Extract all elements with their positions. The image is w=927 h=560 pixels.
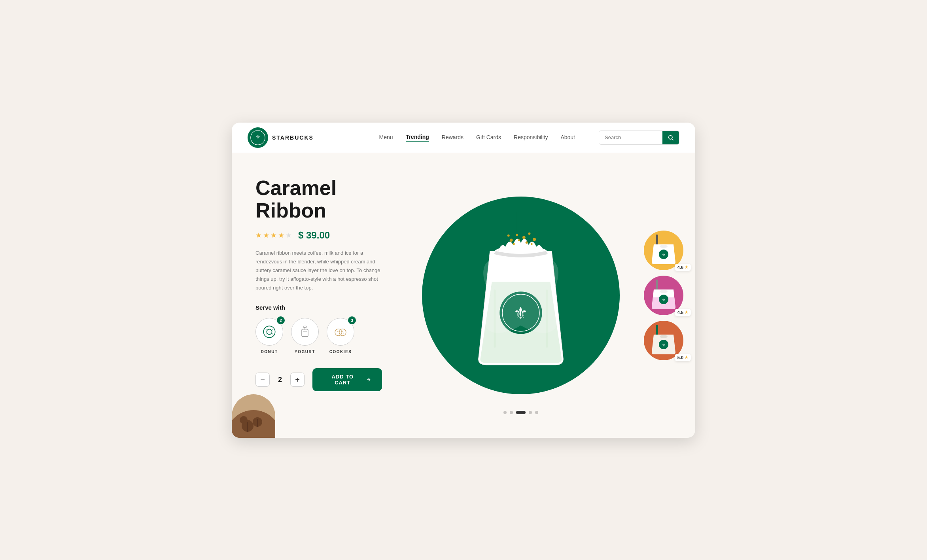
- svg-point-9: [266, 333, 267, 335]
- serve-items: 2 DONUT: [255, 318, 382, 354]
- side-cup-3: ⚜: [650, 323, 677, 358]
- donut-badge: 2: [277, 316, 285, 324]
- serve-item-yogurt[interactable]: YOGURT: [291, 318, 319, 354]
- page-wrapper: ⚜ STARBUCKS Menu Trending Rewards Gift C…: [232, 123, 695, 438]
- nav-gift-cards[interactable]: Gift Cards: [476, 134, 501, 141]
- svg-point-10: [272, 333, 273, 335]
- search-input[interactable]: [599, 131, 662, 144]
- svg-point-20: [343, 333, 344, 334]
- quantity-decrease-button[interactable]: −: [255, 373, 270, 387]
- serve-icon-donut-wrapper: 2: [255, 318, 283, 346]
- rating-price: ★ ★ ★ ★ ★ $ 39.00: [255, 230, 382, 241]
- side-product-3[interactable]: ⚜ 5.0 ★: [644, 321, 689, 360]
- svg-point-30: [516, 233, 518, 236]
- star-5: ★: [286, 231, 292, 240]
- svg-text:⚜: ⚜: [662, 298, 666, 302]
- svg-point-17: [337, 331, 339, 333]
- star-1: ★: [255, 231, 262, 240]
- cookies-icon: [333, 324, 348, 340]
- product-title: Caramel Ribbon: [255, 177, 382, 222]
- svg-point-42: [660, 245, 668, 248]
- carousel-dot-1[interactable]: [510, 411, 513, 414]
- side-star-1: ★: [685, 265, 688, 269]
- side-rating-2: 4.5 ★: [675, 309, 691, 316]
- serve-with-label: Serve with: [255, 304, 382, 311]
- quantity-control: − 2 +: [255, 373, 305, 387]
- logo-icon: ⚜: [248, 127, 268, 148]
- search-button[interactable]: [662, 131, 679, 144]
- nav-rewards[interactable]: Rewards: [442, 134, 464, 141]
- star-3: ★: [271, 231, 277, 240]
- svg-point-50: [660, 335, 668, 338]
- star-4: ★: [278, 231, 284, 240]
- carousel-dot-0[interactable]: [503, 411, 507, 414]
- add-to-cart-label: ADD TO CART: [324, 374, 362, 386]
- side-product-2[interactable]: ⚜ 4.5 ★: [644, 276, 689, 315]
- quantity-increase-button[interactable]: +: [290, 373, 305, 387]
- right-panel: ⚜ 4.6 ★ ⚜: [644, 153, 695, 438]
- cart-row: − 2 + ADD TO CART: [255, 368, 382, 391]
- nav-trending[interactable]: Trending: [406, 134, 429, 142]
- nav-menu[interactable]: Menu: [379, 134, 393, 141]
- svg-point-46: [660, 290, 668, 293]
- svg-point-15: [335, 329, 342, 336]
- side-cup-1: ⚜: [650, 233, 677, 268]
- side-rating-value-3: 5.0: [677, 355, 683, 360]
- cookies-badge: 3: [348, 316, 356, 324]
- serve-item-cookies[interactable]: 3 COOKIES: [327, 318, 354, 354]
- header: ⚜ STARBUCKS Menu Trending Rewards Gift C…: [232, 123, 695, 153]
- side-rating-value-2: 4.5: [677, 310, 683, 315]
- brand-name: STARBUCKS: [272, 134, 314, 141]
- svg-point-8: [272, 329, 273, 331]
- main-content: Caramel Ribbon ★ ★ ★ ★ ★ $ 39.00 Caramel…: [232, 153, 695, 438]
- star-rating: ★ ★ ★ ★ ★: [255, 231, 292, 240]
- svg-line-3: [672, 139, 673, 140]
- svg-point-19: [342, 331, 343, 332]
- search-area: [599, 131, 679, 145]
- svg-rect-11: [302, 329, 308, 337]
- side-star-2: ★: [685, 310, 688, 314]
- svg-text:⚜: ⚜: [255, 134, 261, 140]
- product-description: Caramel ribbon meets coffee, milk and ic…: [255, 249, 382, 292]
- svg-text:⚜: ⚜: [662, 343, 666, 347]
- svg-point-23: [471, 245, 571, 346]
- serve-item-donut[interactable]: 2 DONUT: [255, 318, 283, 354]
- side-rating-value-1: 4.6: [677, 265, 683, 270]
- carousel-dots: [503, 411, 538, 414]
- carousel-dot-2[interactable]: [516, 411, 526, 414]
- yogurt-icon: [297, 324, 313, 340]
- hero-circle: ⚜: [422, 197, 620, 394]
- svg-point-6: [268, 331, 271, 333]
- product-price: $ 39.00: [298, 230, 330, 241]
- leaf-pattern: [462, 236, 580, 355]
- svg-point-18: [339, 333, 340, 334]
- serve-icon-cookies-wrapper: 3: [327, 318, 354, 346]
- quantity-value: 2: [276, 376, 284, 384]
- svg-point-16: [339, 329, 346, 336]
- logo-area[interactable]: ⚜ STARBUCKS: [248, 127, 314, 148]
- svg-text:⚜: ⚜: [662, 253, 666, 257]
- svg-point-2: [669, 135, 672, 139]
- star-2: ★: [263, 231, 269, 240]
- svg-point-32: [528, 232, 531, 235]
- main-nav: Menu Trending Rewards Gift Cards Respons…: [379, 134, 575, 142]
- arrow-right-icon: [366, 377, 371, 382]
- side-product-1[interactable]: ⚜ 4.6 ★: [644, 231, 689, 270]
- cookies-label: COOKIES: [329, 350, 352, 354]
- carousel-dot-4[interactable]: [535, 411, 538, 414]
- left-panel: Caramel Ribbon ★ ★ ★ ★ ★ $ 39.00 Caramel…: [232, 153, 398, 438]
- svg-point-7: [266, 329, 267, 331]
- nav-about[interactable]: About: [560, 134, 575, 141]
- nav-responsibility[interactable]: Responsibility: [514, 134, 548, 141]
- side-cup-2: ⚜: [650, 278, 677, 313]
- serve-icon-yogurt-wrapper: [291, 318, 319, 346]
- add-to-cart-button[interactable]: ADD TO CART: [312, 368, 382, 391]
- donut-icon: [261, 324, 277, 340]
- side-rating-3: 5.0 ★: [675, 354, 691, 361]
- side-rating-1: 4.6 ★: [675, 264, 691, 271]
- side-star-3: ★: [685, 355, 688, 359]
- yogurt-label: YOGURT: [295, 350, 315, 354]
- center-area: ⚜: [398, 153, 644, 438]
- carousel-dot-3[interactable]: [529, 411, 532, 414]
- donut-label: DONUT: [261, 350, 278, 354]
